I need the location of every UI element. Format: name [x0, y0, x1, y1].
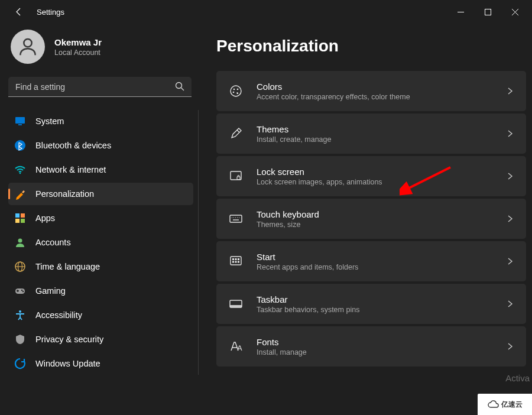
tile-fonts[interactable]: Fonts Install, manage	[216, 326, 526, 367]
sidebar-item-network-internet[interactable]: Network & internet	[8, 158, 193, 181]
tile-subtitle: Themes, size	[257, 221, 506, 229]
tile-start[interactable]: Start Recent apps and items, folders	[216, 241, 526, 281]
maximize-button[interactable]	[474, 2, 501, 21]
sidebar-item-system[interactable]: System	[8, 110, 193, 132]
chevron-right-icon	[506, 172, 514, 180]
globe-icon	[14, 261, 26, 273]
tile-subtitle: Install, create, manage	[257, 135, 506, 144]
search-input[interactable]	[8, 77, 192, 97]
activate-watermark: Activa	[505, 373, 530, 383]
brush-icon	[14, 188, 26, 200]
sidebar: Okemwa Jr Local Account System Bluetooth…	[0, 24, 201, 415]
apps-icon	[14, 212, 26, 224]
user-icon	[17, 35, 39, 58]
svg-rect-9	[15, 213, 20, 218]
svg-line-4	[181, 88, 184, 91]
close-button[interactable]	[501, 2, 528, 21]
chevron-right-icon	[506, 129, 514, 138]
svg-point-20	[19, 310, 21, 313]
palette-icon	[228, 84, 244, 98]
tile-taskbar[interactable]: Taskbar Taskbar behaviors, system pins	[216, 284, 526, 324]
window-title: Settings	[37, 8, 64, 17]
tile-touch-keyboard[interactable]: Touch keyboard Themes, size	[216, 199, 526, 239]
sidebar-item-label: Privacy & security	[35, 335, 103, 344]
svg-rect-41	[238, 261, 239, 263]
shield-icon	[14, 333, 26, 345]
gamepad-icon	[14, 285, 26, 297]
sidebar-item-privacy-security[interactable]: Privacy & security	[8, 328, 193, 351]
svg-rect-38	[238, 258, 239, 260]
profile-block[interactable]: Okemwa Jr Local Account	[11, 30, 201, 64]
svg-point-2	[24, 39, 31, 47]
sidebar-item-accessibility[interactable]: Accessibility	[8, 304, 193, 326]
tile-lock-screen[interactable]: Lock screen Lock screen images, apps, an…	[216, 156, 526, 196]
chevron-right-icon	[506, 87, 514, 95]
settings-tile-list: Colors Accent color, transparency effect…	[216, 71, 526, 367]
window-controls	[447, 2, 528, 21]
tile-themes[interactable]: Themes Install, create, manage	[216, 114, 526, 154]
sidebar-item-label: Personalization	[35, 189, 94, 199]
tile-title: Themes	[257, 124, 506, 134]
svg-rect-26	[231, 171, 241, 180]
sidebar-item-label: Gaming	[35, 286, 66, 296]
tile-colors[interactable]: Colors Accent color, transparency effect…	[216, 71, 526, 111]
person-icon	[14, 236, 26, 248]
accessibility-icon	[14, 309, 26, 321]
cloud-icon	[487, 400, 499, 408]
bluetooth-icon	[14, 140, 26, 151]
svg-point-22	[233, 89, 235, 90]
svg-rect-35	[231, 257, 241, 265]
wifi-icon	[14, 164, 26, 176]
back-button[interactable]	[9, 2, 28, 21]
tile-title: Lock screen	[257, 167, 506, 177]
search-box	[8, 77, 192, 97]
sidebar-item-bluetooth-devices[interactable]: Bluetooth & devices	[8, 134, 193, 157]
svg-rect-37	[235, 258, 237, 260]
tile-subtitle: Install, manage	[257, 348, 506, 356]
sidebar-item-personalization[interactable]: Personalization	[8, 183, 193, 205]
chevron-right-icon	[506, 257, 514, 265]
tile-title: Colors	[257, 82, 506, 92]
sidebar-item-label: Bluetooth & devices	[35, 141, 111, 150]
avatar	[11, 30, 45, 64]
svg-rect-11	[15, 219, 20, 223]
minimize-button[interactable]	[447, 2, 474, 21]
svg-point-8	[20, 173, 21, 174]
svg-point-3	[176, 83, 182, 89]
sidebar-item-time-language[interactable]: Time & language	[8, 255, 193, 278]
search-icon	[175, 82, 184, 91]
profile-name: Okemwa Jr	[54, 37, 102, 47]
close-icon	[512, 9, 518, 15]
chevron-right-icon	[506, 300, 514, 308]
svg-line-25	[237, 130, 239, 132]
svg-point-13	[18, 239, 22, 243]
sidebar-item-apps[interactable]: Apps	[8, 207, 193, 229]
svg-rect-6	[18, 124, 22, 125]
sidebar-item-accounts[interactable]: Accounts	[8, 231, 193, 254]
tile-title: Start	[257, 252, 506, 262]
fonts-icon	[228, 339, 244, 354]
tile-title: Taskbar	[257, 294, 506, 304]
svg-point-19	[22, 291, 24, 292]
chevron-right-icon	[506, 342, 514, 351]
tile-subtitle: Accent color, transparency effects, colo…	[257, 93, 506, 101]
sidebar-item-label: Windows Update	[35, 359, 100, 368]
sidebar-item-label: Network & internet	[35, 165, 106, 174]
sidebar-nav: System Bluetooth & devices Network & int…	[8, 110, 199, 375]
svg-rect-10	[21, 213, 25, 218]
tile-subtitle: Recent apps and items, folders	[257, 263, 506, 271]
sidebar-item-label: Time & language	[35, 262, 100, 271]
maximize-icon	[485, 9, 491, 15]
brand-watermark: 亿速云	[478, 394, 532, 415]
svg-point-18	[21, 290, 22, 291]
minimize-icon	[458, 9, 464, 15]
monitor-icon	[14, 115, 26, 127]
start-icon	[228, 254, 244, 268]
page-title: Personalization	[216, 37, 526, 56]
sidebar-item-gaming[interactable]: Gaming	[8, 280, 193, 302]
svg-rect-1	[485, 9, 491, 15]
svg-rect-5	[15, 117, 25, 124]
tile-title: Fonts	[257, 337, 506, 347]
svg-point-24	[233, 92, 235, 93]
sidebar-item-windows-update[interactable]: Windows Update	[8, 352, 193, 375]
